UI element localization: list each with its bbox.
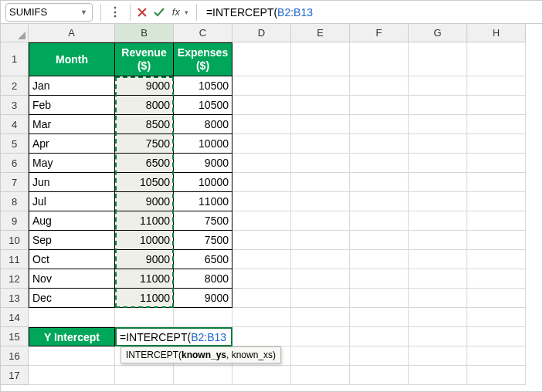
- row-head-16[interactable]: 16: [1, 346, 29, 366]
- cell-F[interactable]: [350, 134, 409, 154]
- cell-E[interactable]: [291, 327, 350, 346]
- col-head-B[interactable]: B: [115, 24, 174, 42]
- cell-G[interactable]: [409, 76, 467, 96]
- cell-expenses[interactable]: 10000: [174, 173, 232, 192]
- row-head-10[interactable]: 10: [1, 231, 29, 250]
- cell-revenue[interactable]: 9000: [115, 76, 174, 96]
- cell-F[interactable]: [350, 96, 409, 115]
- cell-H[interactable]: [467, 269, 526, 289]
- cell-D[interactable]: [232, 308, 291, 327]
- col-head-F[interactable]: F: [350, 24, 409, 42]
- cell-F[interactable]: [350, 366, 409, 385]
- cell-revenue[interactable]: 11000: [115, 289, 174, 308]
- header-month[interactable]: Month: [29, 42, 115, 76]
- cell-H[interactable]: [467, 327, 526, 346]
- cell-F[interactable]: [350, 289, 409, 308]
- row-head-5[interactable]: 5: [1, 134, 29, 154]
- cell-G[interactable]: [409, 211, 467, 231]
- cell-D[interactable]: [232, 42, 291, 76]
- cell-D[interactable]: [232, 115, 291, 134]
- cell-month[interactable]: Jun: [29, 173, 115, 192]
- cell-expenses[interactable]: 7500: [174, 231, 232, 250]
- cell-expenses[interactable]: 7500: [174, 211, 232, 231]
- cell-E[interactable]: [291, 366, 350, 385]
- cell-month[interactable]: Dec: [29, 289, 115, 308]
- row-head-6[interactable]: 6: [1, 154, 29, 173]
- cell-D[interactable]: [232, 211, 291, 231]
- cell-D[interactable]: [232, 76, 291, 96]
- cell-G[interactable]: [409, 154, 467, 173]
- cell-G[interactable]: [409, 96, 467, 115]
- cell-F[interactable]: [350, 250, 409, 269]
- cell-E[interactable]: [291, 308, 350, 327]
- cell-expenses[interactable]: 8000: [174, 115, 232, 134]
- chevron-down-icon[interactable]: ▼: [79, 8, 89, 16]
- cell-month[interactable]: Oct: [29, 250, 115, 269]
- cell-month[interactable]: Aug: [29, 211, 115, 231]
- confirm-button[interactable]: [151, 4, 168, 21]
- cell-G[interactable]: [409, 250, 467, 269]
- cell-D[interactable]: [232, 173, 291, 192]
- cell-month[interactable]: Apr: [29, 134, 115, 154]
- cell-F[interactable]: [350, 173, 409, 192]
- cell-expenses[interactable]: 10500: [174, 96, 232, 115]
- col-head-G[interactable]: G: [409, 24, 467, 42]
- cell[interactable]: [29, 366, 115, 385]
- col-head-H[interactable]: H: [467, 24, 526, 42]
- cell-H[interactable]: [467, 346, 526, 366]
- cell-E[interactable]: [291, 192, 350, 211]
- cell-F[interactable]: [350, 154, 409, 173]
- cell-G[interactable]: [409, 115, 467, 134]
- cell-month[interactable]: Feb: [29, 96, 115, 115]
- cell-month[interactable]: May: [29, 154, 115, 173]
- cell-D[interactable]: [232, 269, 291, 289]
- cell-E[interactable]: [291, 115, 350, 134]
- cell-month[interactable]: Jan: [29, 76, 115, 96]
- cell[interactable]: [115, 308, 174, 327]
- cell-G[interactable]: [409, 231, 467, 250]
- y-intercept-label[interactable]: Y Intercept: [29, 327, 115, 346]
- row-head-8[interactable]: 8: [1, 192, 29, 211]
- cell-month[interactable]: Mar: [29, 115, 115, 134]
- cell-G[interactable]: [409, 42, 467, 76]
- cell-expenses[interactable]: 10500: [174, 76, 232, 96]
- cell-E[interactable]: [291, 96, 350, 115]
- cell-H[interactable]: [467, 289, 526, 308]
- row-head-13[interactable]: 13: [1, 289, 29, 308]
- cell-E[interactable]: [291, 289, 350, 308]
- row-head-14[interactable]: 14: [1, 308, 29, 327]
- cell-H[interactable]: [467, 250, 526, 269]
- cell[interactable]: [29, 308, 115, 327]
- cell-G[interactable]: [409, 346, 467, 366]
- name-box[interactable]: ▼: [5, 3, 93, 22]
- cell-H[interactable]: [467, 231, 526, 250]
- spreadsheet-grid[interactable]: A B C D E F G H 1 Month Revenue ($) Expe…: [1, 24, 542, 385]
- cell-revenue[interactable]: 9000: [115, 250, 174, 269]
- col-head-C[interactable]: C: [174, 24, 232, 42]
- col-head-A[interactable]: A: [29, 24, 115, 42]
- cell-G[interactable]: [409, 192, 467, 211]
- cell-E[interactable]: [291, 173, 350, 192]
- cell-H[interactable]: [467, 366, 526, 385]
- cell-D[interactable]: [232, 96, 291, 115]
- select-all-triangle[interactable]: [1, 24, 29, 42]
- row-head-15[interactable]: 15: [1, 327, 29, 346]
- col-head-E[interactable]: E: [291, 24, 350, 42]
- cell[interactable]: [174, 366, 232, 385]
- row-head-3[interactable]: 3: [1, 96, 29, 115]
- cell-F[interactable]: [350, 308, 409, 327]
- cell-H[interactable]: [467, 115, 526, 134]
- row-head-4[interactable]: 4: [1, 115, 29, 134]
- cell-H[interactable]: [467, 96, 526, 115]
- cell-D[interactable]: [232, 327, 291, 346]
- cell-revenue[interactable]: 11000: [115, 211, 174, 231]
- cell-H[interactable]: [467, 211, 526, 231]
- cell[interactable]: [174, 308, 232, 327]
- cell-D[interactable]: [232, 366, 291, 385]
- cell-expenses[interactable]: 9000: [174, 154, 232, 173]
- row-head-17[interactable]: 17: [1, 366, 29, 385]
- cancel-button[interactable]: [134, 4, 151, 21]
- cell-F[interactable]: [350, 192, 409, 211]
- active-editing-cell[interactable]: =INTERCEPT(B2:B13: [115, 327, 232, 346]
- cell-H[interactable]: [467, 134, 526, 154]
